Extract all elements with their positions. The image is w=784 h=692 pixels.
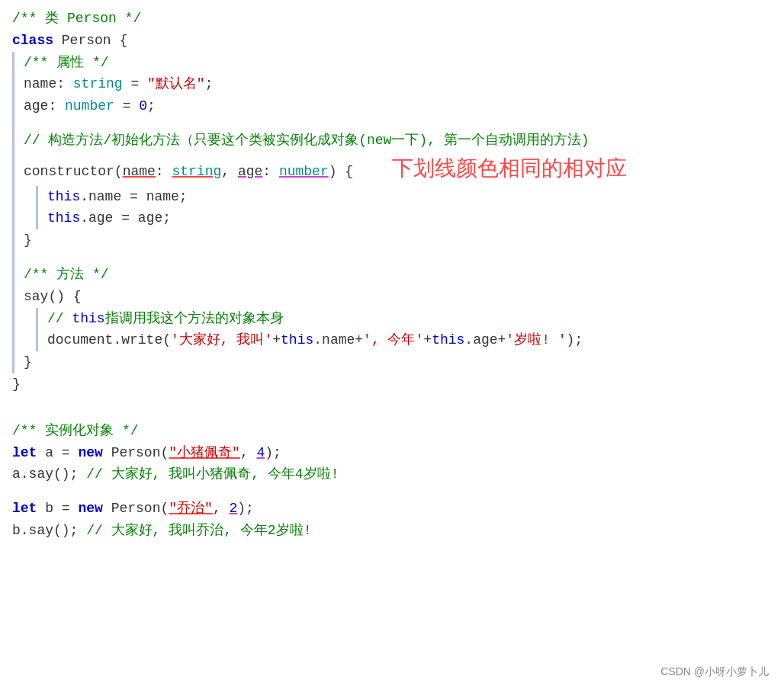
prop-age-line: age: number = 0; xyxy=(24,95,772,117)
prop-age-type: number xyxy=(65,98,114,114)
constructor-close: } xyxy=(24,229,772,251)
this-age-dot: .age = age; xyxy=(80,210,171,226)
comment-class: /** 类 Person */ xyxy=(12,8,772,30)
this-keyword-1: this xyxy=(47,189,80,204)
constructor-body: this.name = name; this.age = age; xyxy=(36,186,772,230)
prop-age-label: age: xyxy=(24,98,65,114)
prop-age-val: 0 xyxy=(139,98,147,114)
this-keyword-2: this xyxy=(47,210,80,226)
comment-instance: /** 实例化对象 */ xyxy=(12,420,772,442)
let-b-end: ); xyxy=(237,501,254,516)
doc-str1: '大家好, 我叫' xyxy=(171,332,272,348)
prop-name-label: name: xyxy=(24,76,73,91)
let-a-line: let a = new Person("小猪佩奇", 4); xyxy=(12,442,772,464)
let-a-keyword: let xyxy=(12,445,45,460)
let-b-keyword: let xyxy=(12,501,45,516)
let-a-comma: , xyxy=(240,445,257,460)
doc-name-1: .name+ xyxy=(313,332,363,348)
comment-props: /** 属性 */ xyxy=(24,52,772,74)
annotation-text: 下划线颜色相同的相对应 xyxy=(392,152,627,186)
let-a-end: ); xyxy=(265,445,281,460)
b-say-line: b.say(); // 大家好, 我叫乔治, 今年2岁啦! xyxy=(12,520,772,542)
comment-methods-text: /** 方法 */ xyxy=(24,267,109,282)
say-close-brace: } xyxy=(24,354,32,370)
doc-write-end: ); xyxy=(567,332,583,348)
class-declaration: class Person { xyxy=(12,30,772,52)
say-comment-this: this xyxy=(72,311,104,326)
class-body: /** 属性 */ name: string = "默认名"; age: num… xyxy=(12,52,772,373)
let-a-arg1: "小猪佩奇" xyxy=(169,445,240,460)
prop-name-type: string xyxy=(73,76,123,91)
let-b-person: Person( xyxy=(111,501,169,516)
constructor-param1-type: string xyxy=(172,164,221,179)
doc-this-1: this xyxy=(281,332,313,348)
say-comment-rest: 指调用我这个方法的对象本身 xyxy=(105,311,284,326)
class-name: Person { xyxy=(62,33,127,48)
document-write: document.write('大家好, 我叫'+this.name+', 今年… xyxy=(47,329,772,351)
constructor-sig-end: ) { xyxy=(329,164,353,179)
constructor-close-brace: } xyxy=(24,232,32,248)
a-say-comment: // 大家好, 我叫小猪佩奇, 今年4岁啦! xyxy=(86,466,339,482)
constructor-param2-name: age xyxy=(238,164,262,179)
let-a-new: new xyxy=(78,445,111,460)
doc-age-2: .age+ xyxy=(464,332,506,348)
prop-age-semi: ; xyxy=(147,98,156,114)
prop-age-eq: = xyxy=(114,98,139,114)
doc-this-2: this xyxy=(432,332,464,348)
say-close: } xyxy=(24,351,772,373)
let-a-arg2: 4 xyxy=(257,445,265,460)
prop-name-eq: = xyxy=(123,76,147,91)
code-editor: /** 类 Person */ class Person { /** 属性 */… xyxy=(12,8,772,542)
let-b-comma: , xyxy=(213,501,230,516)
b-say-text: b.say(); xyxy=(12,523,86,538)
this-name-dot: .name = name; xyxy=(80,189,187,204)
let-a-var: a = xyxy=(45,445,78,460)
constructor-param2-colon: : xyxy=(262,164,279,179)
constructor-param1-colon: : xyxy=(156,164,172,179)
doc-plus1: + xyxy=(272,332,281,348)
constructor-signature: constructor(name: string, age: number) {… xyxy=(24,152,772,186)
this-age-assign: this.age = age; xyxy=(47,207,772,229)
prop-name-semi: ; xyxy=(205,76,214,91)
say-sig-text: say() { xyxy=(24,289,82,304)
comment-props-text: /** 属性 */ xyxy=(24,55,109,70)
say-comment-text: // xyxy=(47,311,72,326)
a-say-text: a.say(); xyxy=(12,466,86,482)
say-signature: say() { xyxy=(24,286,772,308)
class-close: } xyxy=(12,373,772,396)
doc-str3: '岁啦! ' xyxy=(506,332,566,348)
let-b-line: let b = new Person("乔治", 2); xyxy=(12,498,772,520)
constructor-keyword: constructor( xyxy=(24,164,123,179)
comment-class-text: /** 类 Person */ xyxy=(12,11,141,26)
comment-instance-text: /** 实例化对象 */ xyxy=(12,423,139,438)
constructor-param1-comma: , xyxy=(221,164,238,179)
let-b-arg2: 2 xyxy=(230,501,238,516)
b-say-comment: // 大家好, 我叫乔治, 今年2岁啦! xyxy=(86,523,311,538)
doc-plus2: + xyxy=(423,332,432,348)
class-close-brace: } xyxy=(12,376,21,392)
say-comment: // this指调用我这个方法的对象本身 xyxy=(47,308,772,330)
class-keyword: class xyxy=(12,33,62,48)
let-a-person: Person( xyxy=(111,445,169,460)
let-b-new: new xyxy=(78,501,111,516)
doc-str2: ', 今年' xyxy=(363,332,423,348)
constructor-param1-name: name xyxy=(123,164,156,179)
a-say-line: a.say(); // 大家好, 我叫小猪佩奇, 今年4岁啦! xyxy=(12,463,772,485)
doc-write-start: document.write( xyxy=(47,332,171,348)
comment-constructor: // 构造方法/初始化方法（只要这个类被实例化成对象(new一下), 第一个自动… xyxy=(24,130,772,152)
comment-methods: /** 方法 */ xyxy=(24,264,772,286)
say-body: // this指调用我这个方法的对象本身 document.write('大家好… xyxy=(36,308,772,352)
prop-name-val: "默认名" xyxy=(147,76,205,91)
let-b-var: b = xyxy=(45,501,78,516)
constructor-param2-type: number xyxy=(279,164,329,179)
this-name-assign: this.name = name; xyxy=(47,186,772,208)
prop-name-line: name: string = "默认名"; xyxy=(24,73,772,95)
comment-constructor-text: // 构造方法/初始化方法（只要这个类被实例化成对象(new一下), 第一个自动… xyxy=(24,133,590,148)
let-b-arg1: "乔治" xyxy=(169,501,213,516)
